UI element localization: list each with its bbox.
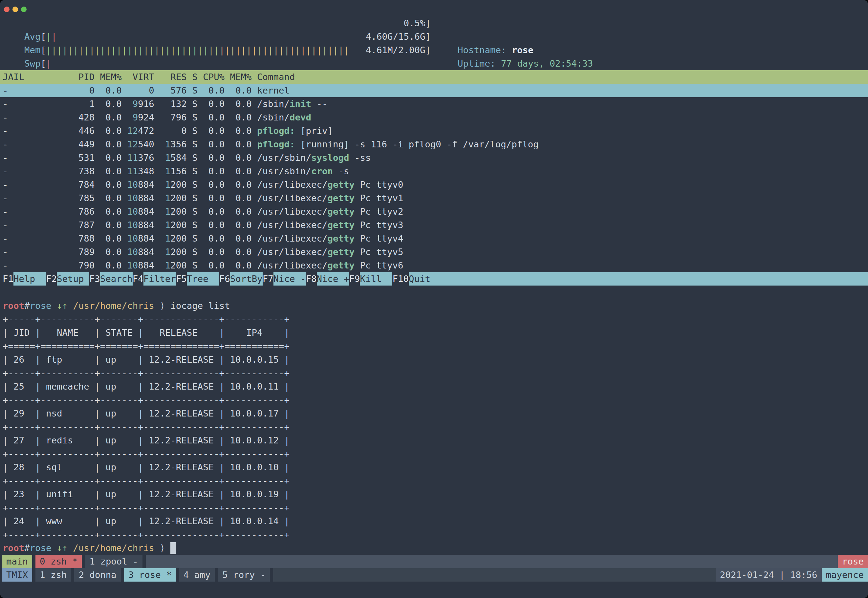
function-key: F9 bbox=[349, 272, 360, 286]
command-path: /sbin/ bbox=[257, 112, 290, 123]
command-args: -ss bbox=[349, 152, 371, 163]
jail-table-line: | 28 | sql | up | 12.2-RELEASE | 10.0.0.… bbox=[3, 460, 290, 474]
command-args: -s bbox=[333, 166, 349, 176]
process-row[interactable]: - 446 0.0 12472 0 S 0.0 0.0 pflogd: [pri… bbox=[0, 124, 868, 138]
tmux-window-tab[interactable]: 0 zsh * bbox=[36, 555, 82, 568]
cpu-avg-meter: Avg[|| 0.5%] bbox=[3, 16, 868, 30]
process-row[interactable]: - 787 0.0 10884 1200 S 0.0 0.0 /usr/libe… bbox=[0, 218, 868, 232]
function-key-item[interactable]: F2Setup bbox=[46, 272, 89, 286]
process-row[interactable]: - 428 0.0 9924 796 S 0.0 0.0 /sbin/devd bbox=[0, 111, 868, 124]
function-key-label: Filter bbox=[144, 272, 176, 286]
traffic-light-minimize-icon[interactable] bbox=[12, 7, 18, 12]
process-left-cols: - 785 0.0 bbox=[3, 193, 122, 203]
tmux-window-tab[interactable]: 5 rory - bbox=[218, 568, 270, 582]
command-basename: getty bbox=[328, 193, 355, 203]
virt-value: 472 bbox=[138, 126, 154, 136]
function-key-item[interactable]: F9Kill bbox=[349, 272, 393, 286]
function-key-item[interactable]: F7Nice - bbox=[263, 272, 306, 286]
command-args: -- bbox=[311, 99, 327, 109]
process-table-header[interactable]: JAIL PID MEM% VIRT RES S CPU% MEM% Comma… bbox=[0, 70, 868, 84]
state-cpu-mem-cols: S 0.0 0.0 bbox=[187, 152, 257, 163]
tmux-window-tab[interactable]: 1 zpool - bbox=[85, 555, 142, 568]
prompt-segment bbox=[51, 299, 57, 312]
function-key: F8 bbox=[306, 272, 317, 286]
res-value-prefix: 1 bbox=[165, 260, 171, 271]
res-value: 0 bbox=[181, 126, 187, 136]
function-key-item[interactable]: F10Quit bbox=[392, 272, 430, 286]
function-key-item[interactable]: F6SortBy bbox=[219, 272, 263, 286]
tmux-window-tab[interactable]: 3 rose * bbox=[124, 568, 176, 582]
info-segment: rose bbox=[512, 45, 533, 55]
virt-value-prefix: 10 bbox=[127, 260, 138, 271]
tmux-window-tab[interactable]: main bbox=[2, 555, 32, 568]
prompt-segment: ↓↑ bbox=[57, 541, 67, 555]
function-key-item[interactable]: F4Filter bbox=[133, 272, 176, 286]
tmux-outer-right: rose bbox=[838, 555, 868, 568]
process-row[interactable]: - 786 0.0 10884 1200 S 0.0 0.0 /usr/libe… bbox=[0, 205, 868, 218]
prompt-segment: /usr/home/chris bbox=[73, 299, 154, 312]
function-key: F3 bbox=[89, 272, 100, 286]
jail-table-line: | 27 | redis | up | 12.2-RELEASE | 10.0.… bbox=[3, 434, 290, 447]
shell-prompt-command-line: root#rose ↓↑ /usr/home/chris ⟩ iocage li… bbox=[3, 299, 868, 312]
process-row[interactable]: - 785 0.0 10884 1200 S 0.0 0.0 /usr/libe… bbox=[0, 191, 868, 205]
process-left-cols: - 784 0.0 bbox=[3, 179, 122, 190]
command-basename: getty bbox=[328, 179, 355, 190]
res-value: 200 bbox=[171, 233, 187, 244]
virt-value: 348 bbox=[138, 166, 154, 176]
virt-value: 924 bbox=[138, 112, 154, 123]
function-key: F5 bbox=[176, 272, 187, 286]
res-value-prefix: 1 bbox=[165, 206, 171, 217]
function-key-item[interactable]: F1Help bbox=[3, 272, 46, 286]
shell-prompt-line[interactable]: root#rose ↓↑ /usr/home/chris ⟩ bbox=[3, 541, 868, 555]
command-basename: devd bbox=[290, 112, 311, 123]
prompt-segment: iocage list bbox=[171, 299, 230, 312]
prompt-segment: ⟩ bbox=[154, 299, 171, 312]
command-basename: cron bbox=[311, 166, 333, 176]
process-row[interactable]: - 784 0.0 10884 1200 S 0.0 0.0 /usr/libe… bbox=[0, 178, 868, 191]
state-cpu-mem-cols: S 0.0 0.0 bbox=[187, 112, 257, 123]
command-args: Pc ttyv6 bbox=[355, 260, 403, 271]
function-key-item[interactable]: F5Tree bbox=[176, 272, 219, 286]
traffic-light-close-icon[interactable] bbox=[4, 7, 9, 12]
virt-value-prefix: 10 bbox=[127, 233, 138, 244]
traffic-light-zoom-icon[interactable] bbox=[21, 7, 27, 12]
jail-table-line: | JID | NAME | STATE | RELEASE | IP4 | bbox=[3, 326, 290, 339]
res-value: 200 bbox=[171, 193, 187, 203]
command-args: Pc ttyv0 bbox=[355, 179, 403, 190]
function-key-item[interactable]: F8Nice + bbox=[306, 272, 349, 286]
tmux-window-tab[interactable]: 2 donna bbox=[74, 568, 120, 582]
tmux-window-tab[interactable]: 4 amy bbox=[179, 568, 215, 582]
info-segment: 77 days, 02:54:33 bbox=[501, 58, 593, 69]
status-bar-filler bbox=[146, 555, 838, 568]
process-row[interactable]: - 449 0.0 12540 1356 S 0.0 0.0 pflogd: [… bbox=[0, 138, 868, 151]
command-args: Pc ttyv1 bbox=[355, 193, 403, 203]
res-value-prefix: 1 bbox=[165, 193, 171, 203]
res-value: 200 bbox=[171, 206, 187, 217]
prompt-segment: rose bbox=[30, 541, 51, 555]
virt-value: 884 bbox=[138, 193, 154, 203]
virt-value: 884 bbox=[138, 260, 154, 271]
tmux-window-tab[interactable]: TMIX bbox=[2, 568, 32, 582]
process-row[interactable]: - 738 0.0 11348 1156 S 0.0 0.0 /usr/sbin… bbox=[0, 164, 868, 178]
process-row[interactable]: - 788 0.0 10884 1200 S 0.0 0.0 /usr/libe… bbox=[0, 232, 868, 245]
command-path: /usr/libexec/ bbox=[257, 260, 327, 271]
process-row[interactable]: - 790 0.0 10884 1200 S 0.0 0.0 /usr/libe… bbox=[0, 259, 868, 272]
process-left-cols: - 1 0.0 bbox=[3, 99, 122, 109]
function-key-item[interactable]: F3Search bbox=[89, 272, 133, 286]
process-row[interactable]: - 531 0.0 11376 1584 S 0.0 0.0 /usr/sbin… bbox=[0, 151, 868, 164]
tmux-window-tab[interactable]: 1 zsh bbox=[36, 568, 71, 582]
prompt-segment: ⟩ bbox=[154, 541, 171, 555]
virt-value-prefix: 10 bbox=[127, 193, 138, 203]
prompt-segment bbox=[67, 541, 73, 555]
process-left-cols: - 0 0.0 bbox=[3, 85, 122, 96]
command-args: Pc ttyv4 bbox=[355, 233, 403, 244]
function-key-label: Help bbox=[13, 272, 46, 286]
process-row[interactable]: - 1 0.0 9916 132 S 0.0 0.0 /sbin/init -- bbox=[0, 97, 868, 111]
tmux-inner-right: 2021-01-24 | 18:56mayence bbox=[716, 568, 868, 582]
jail-table-line: +-----+----------+-------+--------------… bbox=[3, 474, 290, 487]
jail-table-line: | 25 | memcache | up | 12.2-RELEASE | 10… bbox=[3, 380, 290, 393]
jail-table-line: | 26 | ftp | up | 12.2-RELEASE | 10.0.0.… bbox=[3, 353, 290, 366]
process-row[interactable]: - 0 0.0 0 576 S 0.0 0.0 kernel bbox=[0, 84, 868, 97]
process-row[interactable]: - 789 0.0 10884 1200 S 0.0 0.0 /usr/libe… bbox=[0, 245, 868, 259]
res-value-prefix: 1 bbox=[165, 220, 171, 230]
